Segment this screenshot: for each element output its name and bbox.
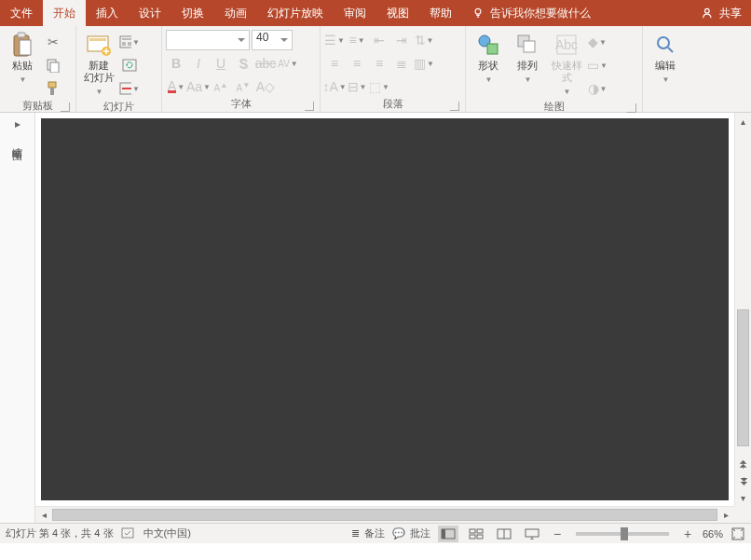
font-dialog-launcher[interactable] xyxy=(305,102,314,111)
columns-button[interactable]: ▥▼ xyxy=(414,53,434,74)
bold-icon: B xyxy=(171,56,181,71)
notes-button[interactable]: ≣备注 xyxy=(351,526,385,540)
comments-button[interactable]: 💬批注 xyxy=(392,526,430,540)
shapes-button[interactable]: 形状▼ xyxy=(470,30,507,88)
zoom-percent[interactable]: 66% xyxy=(703,528,723,540)
align-right-button[interactable]: ≡ xyxy=(369,53,389,74)
scroll-right-button[interactable]: ▸ xyxy=(717,507,734,523)
scroll-left-button[interactable]: ◂ xyxy=(35,507,52,523)
tab-file[interactable]: 文件 xyxy=(0,0,43,26)
clear-format-button[interactable]: A◇ xyxy=(255,76,276,97)
hscroll-thumb[interactable] xyxy=(52,509,717,521)
clipboard-dialog-launcher[interactable] xyxy=(61,102,70,112)
chevron-down-icon: ▼ xyxy=(203,83,211,91)
font-size-combo[interactable]: 40 xyxy=(252,30,293,50)
hscroll-track[interactable] xyxy=(52,507,717,523)
content-area: ▸ 缩略图 ▴ ⯭ ⯯ ▾ ◂ ▸ xyxy=(0,113,751,523)
strike-button[interactable]: abc xyxy=(255,53,276,74)
reading-view-button[interactable] xyxy=(494,526,514,542)
font-color-button[interactable]: A▼ xyxy=(166,76,186,97)
text-direction-button[interactable]: ↕A▼ xyxy=(324,76,345,97)
language-indicator[interactable]: 中文(中国) xyxy=(143,526,191,540)
arrange-button[interactable]: 排列▼ xyxy=(509,30,546,88)
quick-styles-button[interactable]: Abc 快速样式▼ xyxy=(548,30,585,100)
expand-thumbnails-button[interactable]: ▸ xyxy=(12,118,23,130)
fit-to-window-button[interactable] xyxy=(731,526,745,541)
tab-transitions[interactable]: 切换 xyxy=(171,0,214,26)
copy-button[interactable] xyxy=(43,55,63,75)
italic-button[interactable]: I xyxy=(188,53,209,74)
change-case-button[interactable]: Aa▼ xyxy=(188,76,209,97)
scroll-up-button[interactable]: ▴ xyxy=(735,113,751,130)
next-slide-button[interactable]: ⯯ xyxy=(735,472,751,489)
numbering-button[interactable]: ≡▼ xyxy=(347,30,367,50)
zoom-slider-knob[interactable] xyxy=(621,527,628,540)
chevron-down-icon: ▼ xyxy=(20,74,27,86)
font-name-combo[interactable] xyxy=(166,30,250,50)
align-text-button[interactable]: ⊟▼ xyxy=(347,76,367,97)
format-painter-button[interactable] xyxy=(43,78,63,99)
char-spacing-button[interactable]: AV▼ xyxy=(278,53,298,74)
editing-button[interactable]: 编辑▼ xyxy=(647,30,684,88)
paste-icon xyxy=(9,32,35,58)
decrease-indent-button[interactable]: ⇤ xyxy=(369,30,389,50)
fit-icon xyxy=(731,527,744,540)
tab-help[interactable]: 帮助 xyxy=(419,0,462,26)
paragraph-dialog-launcher[interactable] xyxy=(450,102,459,111)
new-slide-button[interactable]: 新建 幻灯片 ▼ xyxy=(80,30,117,100)
prev-slide-button[interactable]: ⯭ xyxy=(735,456,751,472)
tab-home[interactable]: 开始 xyxy=(43,0,86,26)
zoom-out-button[interactable]: − xyxy=(550,526,565,541)
slideshow-view-button[interactable] xyxy=(522,526,542,542)
section-button[interactable]: ▼ xyxy=(119,78,140,99)
share-icon xyxy=(702,7,715,20)
shape-effects-button[interactable]: ◑▼ xyxy=(587,78,608,99)
align-left-button[interactable]: ≡ xyxy=(324,53,345,74)
svg-rect-3 xyxy=(18,33,25,37)
shrink-font-button[interactable]: A▼ xyxy=(233,76,253,97)
underline-button[interactable]: U xyxy=(211,53,231,74)
horizontal-scrollbar: ◂ ▸ xyxy=(35,506,734,523)
tab-slideshow[interactable]: 幻灯片放映 xyxy=(257,0,334,26)
tab-insert[interactable]: 插入 xyxy=(86,0,129,26)
italic-icon: I xyxy=(197,56,200,71)
group-clipboard: 粘贴 ▼ ✂ 剪贴板 xyxy=(0,26,76,112)
increase-indent-button[interactable]: ⇥ xyxy=(391,30,412,50)
grow-font-button[interactable]: A▲ xyxy=(211,76,231,97)
line-spacing-button[interactable]: ⇅▼ xyxy=(414,30,434,50)
normal-view-button[interactable] xyxy=(438,526,458,542)
reset-button[interactable] xyxy=(119,55,140,75)
tab-animations[interactable]: 动画 xyxy=(214,0,257,26)
slide-canvas[interactable] xyxy=(41,118,729,500)
tab-view[interactable]: 视图 xyxy=(376,0,419,26)
tab-design[interactable]: 设计 xyxy=(129,0,171,26)
share-button[interactable]: 共享 xyxy=(702,6,742,21)
drawing-dialog-launcher[interactable] xyxy=(627,103,636,113)
vscroll-track[interactable] xyxy=(735,130,751,456)
tab-review[interactable]: 审阅 xyxy=(334,0,376,26)
section-icon xyxy=(119,82,131,95)
tell-me[interactable]: 告诉我你想要做什么 xyxy=(471,0,591,26)
svg-rect-4 xyxy=(20,40,31,55)
shadow-button[interactable]: S xyxy=(233,53,253,74)
layout-button[interactable]: ▼ xyxy=(119,32,140,52)
zoom-in-button[interactable]: + xyxy=(680,526,695,541)
shape-outline-button[interactable]: ▭▼ xyxy=(587,55,608,75)
spellcheck-icon[interactable] xyxy=(121,527,136,540)
zoom-slider[interactable] xyxy=(576,532,669,536)
justify-button[interactable]: ≣ xyxy=(391,53,412,74)
smartart-button[interactable]: ⬚▼ xyxy=(369,76,389,97)
case-icon: Aa xyxy=(186,79,202,94)
vscroll-thumb[interactable] xyxy=(737,309,749,446)
shape-fill-button[interactable]: ◆▼ xyxy=(587,32,608,52)
slidesorter-view-button[interactable] xyxy=(466,526,486,542)
bullets-button[interactable]: ☰▼ xyxy=(324,30,345,50)
paste-button[interactable]: 粘贴 ▼ xyxy=(4,30,41,88)
align-center-button[interactable]: ≡ xyxy=(347,53,367,74)
slide-counter[interactable]: 幻灯片 第 4 张，共 4 张 xyxy=(6,526,114,540)
cut-button[interactable]: ✂ xyxy=(43,32,63,52)
svg-rect-15 xyxy=(128,42,131,46)
scroll-down-button[interactable]: ▾ xyxy=(735,489,751,506)
bold-button[interactable]: B xyxy=(166,53,186,74)
svg-point-25 xyxy=(658,37,669,48)
